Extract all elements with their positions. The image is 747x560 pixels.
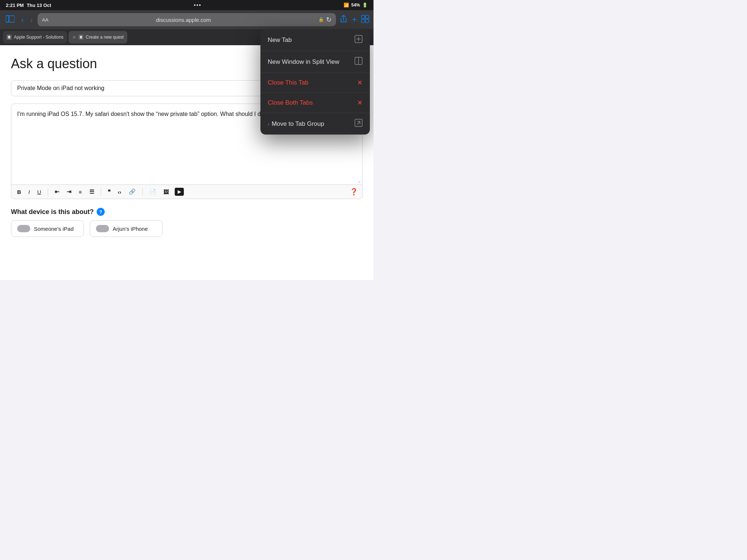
tab-apple-support[interactable]: Apple Support - Solutions [3,31,67,43]
forward-button[interactable]: › [29,14,34,26]
security-lock-icon: 🔒 [318,17,324,22]
new-window-split-label: New Window in Split View [268,58,339,66]
nav-bar: ‹ › AA discussions.apple.com 🔒 ↻ + [0,10,374,29]
status-right: 📶 54% 🔋 [344,3,368,8]
dropdown-item-close-both-tabs[interactable]: Close Both Tabs ✕ [260,93,370,113]
device-title-text: What device is this about? [11,208,94,216]
device-option-ipad[interactable]: Someone's iPad [11,220,84,237]
wifi-icon: 📶 [344,3,349,8]
status-day: Thu 13 Oct [27,3,51,8]
device-label-ipad: Someone's iPad [34,226,74,232]
close-both-tabs-label: Close Both Tabs [268,99,313,106]
text-size-button[interactable]: AA [42,17,48,23]
underline-button[interactable]: U [36,188,43,196]
svg-rect-1 [6,16,15,22]
context-dropdown-menu: New Tab New Window in Split View Close T… [260,29,370,135]
move-tab-group-label-wrapper: › Move to Tab Group [268,120,324,128]
svg-rect-3 [361,15,365,19]
bold-button[interactable]: B [16,188,23,196]
image-button[interactable]: 🖼 [162,188,170,196]
code-button[interactable]: ‹› [116,188,123,196]
device-label-iphone: Arjun's iPhone [113,226,148,232]
tab-overview-button[interactable] [361,15,369,25]
dropdown-item-move-to-tab-group[interactable]: › Move to Tab Group [260,113,370,135]
numbered-list-button[interactable]: ☰ [88,188,96,196]
status-time: 2:21 PM [6,3,24,8]
tab-close-icon[interactable]: ✕ [72,35,76,40]
battery-icon: 🔋 [362,3,368,8]
bullet-list-button[interactable]: ≡ [77,188,84,196]
device-help-icon[interactable]: ? [97,208,105,216]
tab-create-question[interactable]: ✕ Create a new quest [69,31,127,43]
question-input-text: Private Mode on iPad not working [17,85,104,91]
italic-button[interactable]: I [27,188,31,196]
share-button[interactable] [340,15,348,25]
toolbar-help-button[interactable]: ❓ [350,188,358,196]
move-to-tab-group-label: Move to Tab Group [272,120,324,128]
tab-favicon-apple2 [78,35,84,40]
text-formatting-toolbar: B I U ⇤ ⇥ ≡ ☰ ❝ ‹› 🔗 📄 🖼 ▶ ❓ [11,184,362,199]
file-button[interactable]: 📄 [148,188,158,196]
dot-1 [194,4,196,6]
add-tab-button[interactable]: + [352,15,357,24]
outdent-button[interactable]: ⇤ [53,188,61,196]
dot-2 [197,4,198,6]
svg-rect-0 [6,16,9,22]
status-dots [194,4,201,6]
url-display: discussions.apple.com [51,17,316,23]
status-left: 2:21 PM Thu 13 Oct [6,3,51,8]
svg-rect-5 [361,19,365,23]
tab-title-create-question: Create a new quest [86,35,124,40]
close-this-tab-icon: ✕ [357,79,363,87]
new-tab-icon [355,35,363,45]
address-bar[interactable]: AA discussions.apple.com 🔒 ↻ [38,13,336,26]
move-tab-group-icon [355,119,363,129]
new-tab-label: New Tab [268,36,292,44]
device-options-list: Someone's iPad Arjun's iPhone [11,220,363,237]
split-view-icon [355,57,363,67]
dropdown-item-new-window-split[interactable]: New Window in Split View [260,51,370,73]
toolbar-divider-2 [101,188,101,195]
dot-3 [199,4,201,6]
sidebar-toggle-button[interactable] [4,14,16,26]
dropdown-item-close-this-tab[interactable]: Close This Tab ✕ [260,73,370,93]
svg-rect-4 [365,15,369,19]
device-toggle-iphone[interactable] [96,225,109,232]
quote-button[interactable]: ❝ [106,188,112,196]
tab-title-apple-support: Apple Support - Solutions [14,35,63,40]
device-section-title: What device is this about? ? [11,208,363,216]
battery-percent: 54% [351,3,360,8]
close-both-tabs-icon: ✕ [357,99,363,107]
video-button[interactable]: ▶ [175,188,184,196]
status-bar: 2:21 PM Thu 13 Oct 📶 54% 🔋 [0,0,374,10]
back-button[interactable]: ‹ [20,14,25,26]
close-this-tab-label: Close This Tab [268,79,309,86]
device-option-iphone[interactable]: Arjun's iPhone [90,220,163,237]
toolbar-divider-1 [48,188,48,195]
device-toggle-ipad[interactable] [17,225,30,232]
dropdown-item-new-tab[interactable]: New Tab [260,29,370,51]
svg-rect-6 [365,19,369,23]
toolbar-divider-3 [142,188,143,195]
resize-handle-icon: ⌟ [11,177,362,184]
device-section: What device is this about? ? Someone's i… [11,208,363,237]
tab-favicon-apple [7,35,12,40]
indent-button[interactable]: ⇥ [65,188,73,196]
nav-actions: + [340,15,369,25]
link-button[interactable]: 🔗 [127,188,137,196]
reload-button[interactable]: ↻ [326,16,332,24]
chevron-right-icon: › [268,121,270,127]
